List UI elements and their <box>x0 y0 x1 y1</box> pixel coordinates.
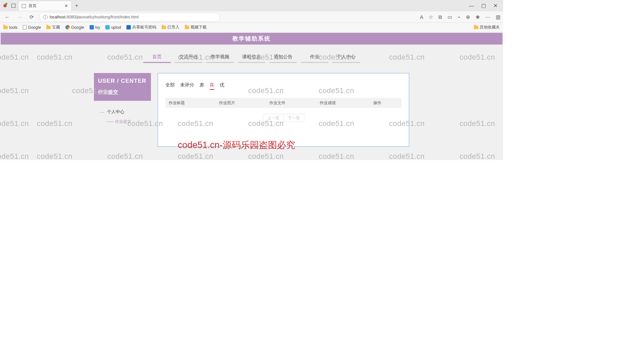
site-icon <box>90 25 94 29</box>
filter-excellent[interactable]: 优 <box>220 82 224 90</box>
watermark-text: code51.cn <box>37 152 72 160</box>
filter-good[interactable]: 良 <box>210 82 214 90</box>
bookmark-lxy[interactable]: lxy <box>90 25 100 30</box>
bookmark-video-dl[interactable]: 视频下载 <box>185 24 207 30</box>
pagination: 上一页 下一页 <box>165 114 401 122</box>
watermark-text: code51.cn <box>178 152 213 160</box>
main-nav: 首页 交流平台 教学视频 课程信息 通知公告 作业 个人中心 <box>0 54 503 63</box>
watermark-text: code51.cn <box>319 152 354 160</box>
bookmark-uplod[interactable]: uplod <box>105 25 121 30</box>
prev-page-button[interactable]: 上一页 <box>263 114 283 122</box>
th-title: 作业标题 <box>169 100 219 106</box>
site-icon <box>126 25 131 29</box>
main-panel: 全部 未评分 差 良 优 作业标题 作业照片 作业文件 作业成绩 操作 上一页 … <box>158 73 409 147</box>
read-aloud-icon[interactable]: A <box>420 14 423 20</box>
page-icon <box>23 25 26 29</box>
filter-ungraded[interactable]: 未评分 <box>180 82 194 90</box>
extension-icon-5[interactable]: ❀ <box>476 14 480 20</box>
sidebar-subtitle: 作业提交 <box>98 89 147 95</box>
bookmark-other[interactable]: 其他收藏夹 <box>474 24 500 30</box>
th-file: 作业文件 <box>269 100 320 106</box>
extension-icon-3[interactable]: ⋆ <box>458 14 461 20</box>
sidebar-menu: — 个人中心 作业提交 <box>94 101 151 127</box>
sidepanel-icon[interactable]: ▥ <box>496 14 500 20</box>
page-icon <box>22 4 26 8</box>
google-icon <box>65 25 70 29</box>
th-photo: 作业照片 <box>219 100 269 106</box>
table-header: 作业标题 作业照片 作业文件 作业成绩 操作 <box>165 98 401 108</box>
window-controls: — ▢ ✕ <box>469 3 502 9</box>
close-window-button[interactable]: ✕ <box>493 3 498 9</box>
folder-icon <box>474 26 478 29</box>
dash-icon: — <box>100 110 104 115</box>
back-button[interactable]: ← <box>3 13 12 21</box>
bookmark-google[interactable]: Google <box>23 25 41 30</box>
url-input[interactable]: i localhost:8080/jiaoxuefuzhuxitong/fron… <box>39 13 220 21</box>
sidebar-header: USER / CENTER 作业提交 <box>94 73 151 101</box>
watermark-text: code51.cn <box>0 152 29 160</box>
folder-icon <box>3 26 8 29</box>
next-page-button[interactable]: 下一页 <box>283 114 304 122</box>
folder-icon <box>46 26 51 29</box>
folder-icon <box>162 26 166 29</box>
forward-button: → <box>15 13 24 21</box>
filter-poor[interactable]: 差 <box>200 82 204 90</box>
favorite-icon[interactable]: ☆ <box>429 14 433 20</box>
profile-icon[interactable] <box>3 4 7 7</box>
site-banner: 教学辅助系统 <box>1 33 502 45</box>
watermark-text: code51.cn <box>389 152 425 160</box>
reload-button[interactable]: ⟳ <box>28 13 36 21</box>
sidebar-title: USER / CENTER <box>98 78 147 84</box>
browser-titlebar: 首页 ✕ + — ▢ ✕ <box>0 0 503 11</box>
page-content: 教学辅助系统 首页 交流平台 教学视频 课程信息 通知公告 作业 个人中心 US… <box>0 33 503 160</box>
more-icon[interactable]: ⋯ <box>485 14 490 20</box>
nav-homework[interactable]: 作业 <box>301 54 328 63</box>
url-path: /jiaoxuefuzhuxitong/front/index.html <box>75 15 139 19</box>
filter-all[interactable]: 全部 <box>165 82 175 90</box>
minimize-button[interactable]: — <box>469 3 474 9</box>
watermark-text: code51.cn <box>248 152 284 160</box>
extension-icon-1[interactable]: ⧉ <box>438 14 442 20</box>
address-right-icons: A ☆ ⧉ ▭ ⋆ ⊕ ❀ ⋯ ▥ <box>420 14 500 20</box>
browser-tab[interactable]: 首页 ✕ <box>18 1 72 11</box>
sidebar: USER / CENTER 作业提交 — 个人中心 作业提交 <box>94 73 151 127</box>
titlebar-left-icons <box>1 4 15 8</box>
th-score: 作业成绩 <box>320 100 373 106</box>
close-tab-icon[interactable]: ✕ <box>64 3 68 8</box>
maximize-button[interactable]: ▢ <box>481 3 486 9</box>
extension-icon-2[interactable]: ▭ <box>447 14 452 20</box>
bookmark-treasure[interactable]: 宝藏 <box>46 24 60 30</box>
address-bar: ← → ⟳ i localhost:8080/jiaoxuefuzhuxiton… <box>0 11 503 23</box>
watermark-text: code51.cn <box>107 152 143 160</box>
watermark-text: code51.cn <box>460 152 495 160</box>
extension-icon-4[interactable]: ⊕ <box>466 14 470 20</box>
sidebar-item-label: 个人中心 <box>107 109 124 115</box>
url-port: :8080 <box>65 15 75 19</box>
workspace-icon[interactable] <box>11 4 15 8</box>
tab-title: 首页 <box>29 3 37 9</box>
new-tab-button[interactable]: + <box>74 1 79 10</box>
sidebar-item-user-center[interactable]: — 个人中心 <box>100 107 151 117</box>
bookmarks-bar: tools Google 宝藏 Google lxy uplod 共享账号密码 … <box>0 23 503 32</box>
nav-notice[interactable]: 通知公告 <box>269 54 297 63</box>
nav-forum[interactable]: 交流平台 <box>175 54 202 63</box>
folder-icon <box>185 26 189 29</box>
nav-course[interactable]: 课程信息 <box>238 54 265 63</box>
filter-row: 全部 未评分 差 良 优 <box>165 82 401 90</box>
bookmark-shared-pwd[interactable]: 共享账号密码 <box>126 24 156 30</box>
url-host: localhost <box>50 15 65 19</box>
th-action: 操作 <box>373 100 398 106</box>
nav-video[interactable]: 教学视频 <box>206 54 234 63</box>
bookmark-imported[interactable]: 已导入 <box>162 24 179 30</box>
nav-user-center[interactable]: 个人中心 <box>332 54 360 63</box>
bookmark-google2[interactable]: Google <box>65 25 84 30</box>
site-icon <box>105 25 110 29</box>
nav-home[interactable]: 首页 <box>143 54 171 63</box>
site-info-icon[interactable]: i <box>43 15 48 19</box>
sidebar-item-homework-submit[interactable]: 作业提交 <box>100 117 151 127</box>
bookmark-tools[interactable]: tools <box>3 25 17 30</box>
